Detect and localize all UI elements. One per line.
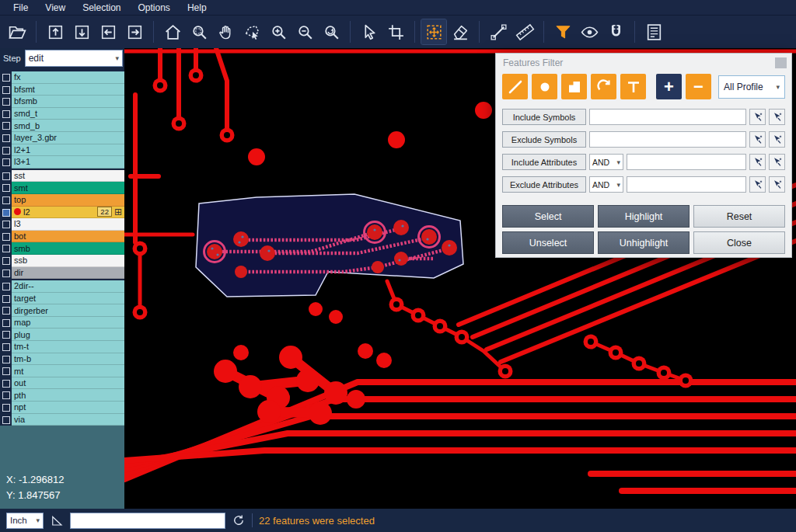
layer-visibility-checkbox[interactable] (0, 402, 12, 414)
highlight-button[interactable]: Highlight (598, 205, 690, 228)
layer-name[interactable]: ssb (12, 255, 124, 267)
layer-visibility-checkbox[interactable] (0, 414, 12, 426)
exclude-attributes-input[interactable] (627, 176, 746, 193)
layer-visibility-checkbox[interactable] (0, 377, 12, 390)
unit-select[interactable]: Inch ▾ (6, 513, 44, 529)
layer-name[interactable]: layer_3.gbr (12, 132, 124, 144)
exclude-attributes-pick-button-1[interactable] (749, 176, 766, 193)
layer-visibility-checkbox[interactable] (0, 218, 12, 231)
layer-visibility-checkbox[interactable] (0, 242, 12, 255)
zoom-window-icon[interactable] (187, 19, 211, 44)
layer-grid-icon[interactable]: ⊞ (114, 207, 122, 217)
snap-magnet-icon[interactable] (603, 19, 628, 44)
dialog-title-bar[interactable]: Features Filter (496, 54, 791, 72)
layer-name[interactable]: bot (12, 231, 124, 243)
layer-visibility-checkbox[interactable] (0, 194, 12, 207)
line-feature-icon[interactable] (502, 74, 528, 99)
layer-name[interactable]: dir (12, 267, 124, 280)
layer-name[interactable]: l222⊞ (12, 207, 124, 219)
layer-name[interactable]: l3+1 (12, 156, 124, 169)
layer-visibility-checkbox[interactable] (0, 280, 12, 293)
pad-feature-icon[interactable] (532, 74, 557, 99)
step-select[interactable]: edit ▾ (25, 50, 123, 67)
dialog-close-button[interactable] (775, 57, 787, 68)
line-edit-icon[interactable] (486, 19, 511, 44)
text-feature-icon[interactable] (620, 74, 646, 99)
layer-name[interactable]: out (12, 377, 124, 390)
lasso-select-icon[interactable] (239, 19, 264, 44)
zoom-reset-icon[interactable] (319, 19, 344, 44)
exclude-attributes-pick-button-2[interactable] (769, 176, 785, 193)
layer-visibility-checkbox[interactable] (0, 207, 12, 219)
layer-visibility-checkbox[interactable] (0, 353, 12, 366)
select-button[interactable]: Select (502, 205, 594, 228)
unselect-button[interactable]: Unselect (502, 231, 594, 254)
layer-name[interactable]: smd_b (12, 120, 124, 132)
layer-name[interactable]: l3 (12, 218, 124, 231)
layer-visibility-checkbox[interactable] (0, 317, 12, 329)
layer-name[interactable]: target (12, 293, 124, 305)
layer-name[interactable]: map (12, 317, 124, 329)
frame-select-icon[interactable] (383, 19, 408, 44)
include-attributes-pick-button-2[interactable] (769, 154, 785, 170)
layer-visibility-checkbox[interactable] (0, 96, 12, 108)
layer-name[interactable]: bfsmb (12, 96, 124, 108)
layer-visibility-checkbox[interactable] (0, 156, 12, 169)
transform-select-icon[interactable] (421, 19, 446, 44)
include-symbols-pick-button-2[interactable] (769, 109, 785, 125)
layer-name[interactable]: bfsmt (12, 84, 124, 96)
include-attributes-pick-button-1[interactable] (749, 154, 766, 170)
layer-visibility-checkbox[interactable] (0, 144, 12, 157)
layer-visibility-checkbox[interactable] (0, 293, 12, 305)
layer-visibility-checkbox[interactable] (0, 255, 12, 267)
import-down-icon[interactable] (69, 19, 94, 44)
layer-visibility-checkbox[interactable] (0, 84, 12, 96)
menu-item-options[interactable]: Options (130, 0, 179, 16)
layer-visibility-checkbox[interactable] (0, 108, 12, 120)
layer-visibility-checkbox[interactable] (0, 120, 12, 132)
layer-name[interactable]: top (12, 194, 124, 207)
pan-hand-icon[interactable] (213, 19, 238, 44)
layer-visibility-checkbox[interactable] (0, 71, 12, 84)
refresh-icon[interactable] (232, 513, 246, 527)
import-up-icon[interactable] (43, 19, 68, 44)
exclude-symbols-pick-button-1[interactable] (749, 131, 766, 148)
layer-name[interactable]: mt (12, 365, 124, 377)
menu-item-help[interactable]: Help (179, 0, 215, 16)
layer-name[interactable]: tm-t (12, 341, 124, 353)
menu-item-view[interactable]: View (37, 0, 74, 16)
log-list-icon[interactable] (641, 19, 666, 44)
exclude-attributes-label[interactable]: Exclude Attributes (502, 176, 586, 193)
exclude-attributes-logic-select[interactable]: AND▾ (589, 176, 623, 193)
home-view-icon[interactable] (160, 19, 185, 44)
arc-feature-icon[interactable] (591, 74, 616, 99)
include-symbols-pick-button-1[interactable] (749, 109, 766, 125)
layer-visibility-checkbox[interactable] (0, 389, 12, 402)
eraser-icon[interactable] (448, 19, 473, 44)
layer-name[interactable]: fx (12, 71, 124, 84)
layer-name[interactable]: plug (12, 329, 124, 341)
zoom-in-icon[interactable] (266, 19, 291, 44)
layer-visibility-checkbox[interactable] (0, 329, 12, 341)
layer-name[interactable]: npt (12, 402, 124, 414)
layer-name[interactable]: sst (12, 170, 124, 183)
layer-visibility-checkbox[interactable] (0, 170, 12, 183)
menu-item-selection[interactable]: Selection (74, 0, 129, 16)
visibility-eye-icon[interactable] (577, 19, 602, 44)
layer-name[interactable]: pth (12, 389, 124, 402)
layer-name[interactable]: smb (12, 242, 124, 255)
layer-visibility-checkbox[interactable] (0, 267, 12, 280)
reset-button[interactable]: Reset (693, 205, 785, 228)
layer-name[interactable]: l2+1 (12, 144, 124, 157)
zoom-out-icon[interactable] (292, 19, 317, 44)
measure-icon[interactable] (512, 19, 537, 44)
layer-name[interactable]: smt (12, 182, 124, 194)
layer-name[interactable]: 2dir-- (12, 280, 124, 293)
exclude-symbols-pick-button-2[interactable] (769, 131, 785, 148)
unhighlight-button[interactable]: Unhighlight (598, 231, 690, 254)
command-input[interactable] (70, 513, 225, 529)
exclude-symbols-label[interactable]: Exclude Symbols (502, 131, 586, 148)
surface-feature-icon[interactable] (561, 74, 587, 99)
cursor-select-icon[interactable] (357, 19, 382, 44)
add-filter-button[interactable]: + (656, 74, 682, 99)
